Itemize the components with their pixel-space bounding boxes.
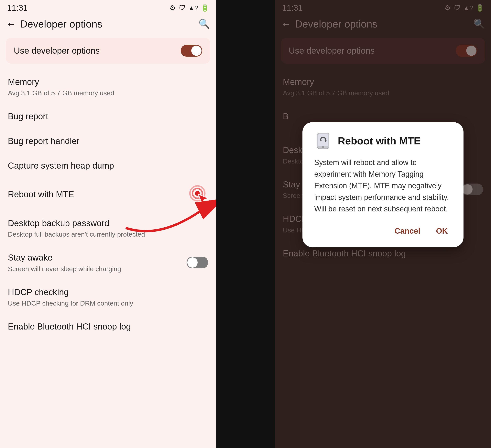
wifi-icon-left: ▲? [188,4,198,12]
toggle-knob [187,257,198,268]
item-subtitle: Desktop full backups aren't currently pr… [8,230,208,238]
dialog-actions: Cancel OK [314,225,452,237]
reboot-icon [314,132,332,150]
list-item[interactable]: Bug report [0,104,216,129]
svg-rect-6 [318,134,328,146]
list-item[interactable]: Memory Avg 3.1 GB of 5.7 GB memory used [0,70,216,104]
item-title: Bug report handler [8,135,208,147]
list-item[interactable]: HDCP checking Use HDCP checking for DRM … [0,280,216,314]
reboot-mte-dialog: Reboot with MTE System will reboot and a… [302,122,463,247]
center-divider [216,0,275,448]
item-text: Desktop backup password Desktop full bac… [8,218,208,238]
reboot-mte-item[interactable]: Reboot with MTE [0,178,216,211]
item-subtitle: Use HDCP checking for DRM content only [8,299,208,307]
item-title: Desktop backup password [8,218,208,229]
item-title: Memory [8,76,208,87]
settings-list-left: Memory Avg 3.1 GB of 5.7 GB memory used … [0,70,216,448]
page-title-left: Developer options [20,18,198,30]
dialog-overlay: Reboot with MTE System will reboot and a… [275,0,491,448]
back-button-left[interactable]: ← [6,19,16,29]
dialog-title: Reboot with MTE [338,135,421,147]
cancel-button[interactable]: Cancel [391,225,424,237]
item-subtitle: Avg 3.1 GB of 5.7 GB memory used [8,89,208,97]
right-panel: 11:31 ⚙ 🛡 ▲? 🔋 ← Developer options 🔍 Use… [275,0,491,448]
svg-point-7 [322,146,324,148]
battery-icon-left: 🔋 [201,4,209,12]
ok-button[interactable]: OK [432,225,452,237]
shield-icon-left: 🛡 [179,4,186,12]
settings-icon-left: ⚙ [170,4,176,12]
item-title: Reboot with MTE [8,189,189,200]
search-button-left[interactable]: 🔍 [198,19,210,29]
item-title: Bug report [8,111,208,122]
stay-awake-item[interactable]: Stay awake Screen will never sleep while… [0,245,216,280]
top-bar-left: ← Developer options 🔍 [0,14,216,34]
item-title: Enable Bluetooth HCI snoop log [8,321,208,332]
toggle-knob-left [191,46,201,56]
item-text: HDCP checking Use HDCP checking for DRM … [8,286,208,307]
item-title: Stay awake [8,252,187,263]
item-title: HDCP checking [8,286,208,298]
dev-options-label-left: Use developer options [14,46,100,56]
item-title: Capture system heap dump [8,160,208,171]
click-cursor-icon [189,184,208,204]
item-text: Bug report handler [8,135,208,147]
dialog-header: Reboot with MTE [314,132,452,150]
list-item[interactable]: Bug report handler [0,129,216,153]
item-text: Reboot with MTE [8,189,189,200]
item-text: Enable Bluetooth HCI snoop log [8,321,208,332]
status-time-left: 11:31 [7,3,28,13]
item-text: Stay awake Screen will never sleep while… [8,252,187,273]
dev-options-toggle-left[interactable] [181,45,202,57]
status-bar-left: 11:31 ⚙ 🛡 ▲? 🔋 [0,0,216,14]
item-text: Capture system heap dump [8,160,208,171]
dialog-body: System will reboot and allow to experime… [314,157,452,215]
stay-awake-toggle-left[interactable] [187,257,208,268]
list-item[interactable]: Enable Bluetooth HCI snoop log [0,314,216,339]
left-panel: 11:31 ⚙ 🛡 ▲? 🔋 ← Developer options 🔍 Use… [0,0,216,448]
status-icons-left: ⚙ 🛡 ▲? 🔋 [170,4,209,12]
list-item[interactable]: Desktop backup password Desktop full bac… [0,211,216,245]
item-text: Bug report [8,111,208,122]
list-item[interactable]: Capture system heap dump [0,153,216,178]
item-right [189,184,208,204]
svg-marker-3 [198,194,208,204]
item-subtitle: Screen will never sleep while charging [8,265,187,273]
item-text: Memory Avg 3.1 GB of 5.7 GB memory used [8,76,208,97]
dev-options-card-left: Use developer options [6,38,210,64]
